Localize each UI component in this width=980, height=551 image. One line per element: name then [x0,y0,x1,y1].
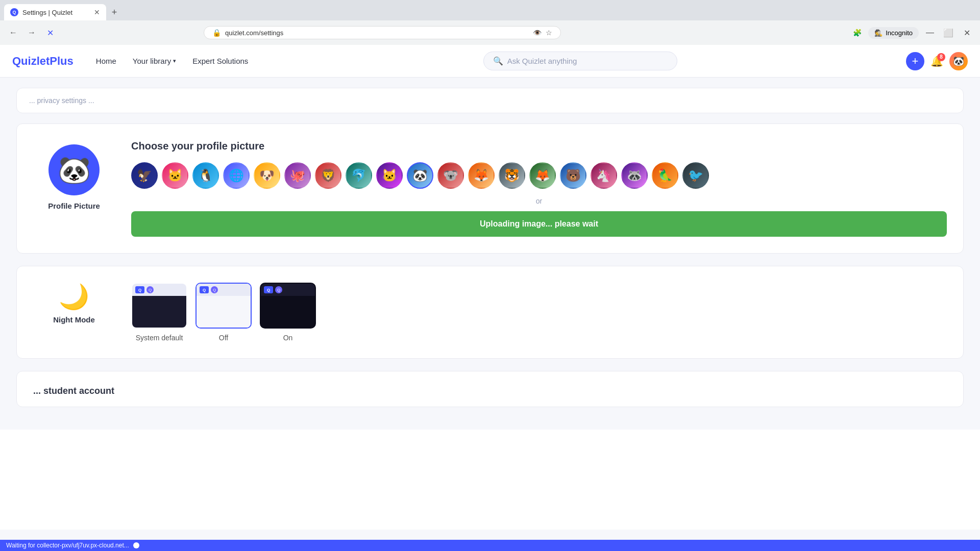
night-mode-left: 🌙 Night Mode [33,283,115,324]
nav-library-label: Your library [133,57,171,65]
avatar-option[interactable]: 🐧 [192,162,219,189]
night-mode-layout: 🌙 Night Mode Q Q System [33,283,947,342]
nav-link-expert-solutions[interactable]: Expert Solutions [186,53,254,69]
off-preview: Q Q [195,283,252,329]
active-tab[interactable]: Q Settings | Quizlet ✕ [4,4,106,20]
bookmark-icon: ☆ [546,29,552,37]
off-label: Off [219,334,228,342]
forward-button[interactable]: → [24,26,39,40]
nav-links: Home Your library ▾ Expert Solutions [90,53,255,69]
eye-slash-icon: 👁️ [533,29,542,37]
user-avatar[interactable]: 🐼 [949,52,968,70]
extensions-button[interactable]: 🧩 [850,26,864,40]
profile-picture-section: 🐼 Profile Picture Choose your profile pi… [16,123,964,254]
avatar-option[interactable]: 🐱 [162,162,188,189]
avatar-option[interactable]: 🌐 [223,162,250,189]
theme-option-off[interactable]: Q Q Off [195,283,252,342]
notifications-container: 🔔 8 [930,55,943,67]
nav-expert-label: Expert Solutions [192,57,248,65]
tab-favicon: Q [10,8,18,16]
profile-pic-layout: 🐼 Profile Picture Choose your profile pi… [33,140,947,237]
theme-body-light [197,296,251,328]
avatar-option[interactable]: 🦅 [131,162,158,189]
system-default-label: System default [136,334,183,342]
browser-chrome: Q Settings | Quizlet ✕ + ← → ✕ 🔒 quizlet… [0,0,980,45]
profile-right: Choose your profile picture 🦅 🐱 🐧 🌐 🐶 🐙 … [131,140,947,237]
theme-icon-circle: Q [146,286,154,293]
nav-actions: + 🔔 8 🐼 [906,52,968,70]
night-mode-label: Night Mode [53,315,95,324]
avatar-option[interactable]: 🦄 [591,162,617,189]
student-account-section: ... student account [16,371,964,407]
avatar-option-selected[interactable]: 🐼 [407,162,433,189]
system-default-preview: Q Q [131,283,187,329]
avatar-option[interactable]: 🦝 [621,162,648,189]
theme-option-on[interactable]: Q Q On [260,283,316,342]
top-nav: QuizletPlus Home Your library ▾ Expert S… [0,45,980,78]
maximize-button[interactable]: ⬜ [941,26,955,40]
nav-link-your-library[interactable]: Your library ▾ [127,53,182,69]
avatar-option[interactable]: 🦁 [315,162,341,189]
off-icon-circle: Q [211,286,218,293]
profile-picture-label: Profile Picture [48,202,100,210]
theme-body-on-dark [261,296,315,328]
night-mode-options: Q Q System default Q Q [131,283,316,342]
on-preview: Q Q [260,283,316,329]
close-button[interactable]: ✕ [960,26,974,40]
current-avatar: 🐼 [48,144,100,195]
browser-actions: 🧩 🕵️ Incognito — ⬜ ✕ [850,26,974,40]
avatar-option[interactable]: 🐶 [254,162,280,189]
tab-title: Settings | Quizlet [22,9,72,16]
night-mode-section: 🌙 Night Mode Q Q System [16,266,964,359]
theme-option-system[interactable]: Q Q System default [131,283,187,342]
on-logo: Q [264,286,273,293]
avatar-option[interactable]: 🐯 [499,162,525,189]
new-tab-button[interactable]: + [106,4,122,20]
avatar-option[interactable]: 🐱 [376,162,403,189]
nav-home-label: Home [96,57,116,65]
minimize-button[interactable]: — [923,26,937,40]
nav-link-home[interactable]: Home [90,53,122,69]
nav-search: 🔍 Ask Quizlet anything [254,52,906,70]
theme-logo-icon: Q [135,286,144,293]
browser-tabs: Q Settings | Quizlet ✕ + [0,0,980,20]
theme-body-dark [132,296,186,328]
avatar-option[interactable]: 🐬 [346,162,372,189]
avatar-option[interactable]: 🐨 [437,162,464,189]
create-button[interactable]: + [906,52,924,70]
reload-button[interactable]: ✕ [43,26,57,40]
main-content: ... privacy settings ... 🐼 Profile Pictu… [0,78,980,430]
upload-image-button[interactable]: Uploading image... please wait [131,211,947,237]
avatar-option[interactable]: 🦊 [468,162,495,189]
on-label: On [283,334,293,342]
incognito-button[interactable]: 🕵️ Incognito [868,27,919,39]
partial-settings-text: ... privacy settings ... [29,96,94,105]
back-button[interactable]: ← [6,26,20,40]
incognito-icon: 🕵️ [874,29,883,37]
incognito-label: Incognito [886,29,913,37]
on-icon-circle: Q [275,286,282,293]
off-logo: Q [200,286,209,293]
search-placeholder: Ask Quizlet anything [507,57,577,65]
library-chevron-icon: ▾ [173,58,176,64]
moon-icon: 🌙 [59,283,89,311]
profile-left: 🐼 Profile Picture [33,140,115,237]
or-divider: or [131,197,947,205]
search-bar[interactable]: 🔍 Ask Quizlet anything [483,52,677,70]
logo[interactable]: QuizletPlus [12,55,74,68]
profile-picture-title: Choose your profile picture [131,140,947,152]
notification-badge: 8 [937,53,945,61]
app-wrapper: QuizletPlus Home Your library ▾ Expert S… [0,45,980,530]
avatar-option[interactable]: 🦜 [652,162,678,189]
avatar-option[interactable]: 🐙 [284,162,311,189]
avatar-option[interactable]: 🐦 [682,162,709,189]
scrolled-top-section: ... privacy settings ... [16,88,964,113]
avatar-grid: 🦅 🐱 🐧 🌐 🐶 🐙 🦁 🐬 🐱 🐼 🐨 🦊 🐯 🦊 [131,162,947,189]
avatar-option[interactable]: 🦊 [529,162,556,189]
tab-close-button[interactable]: ✕ [94,8,100,16]
avatar-option[interactable]: 🐻 [560,162,586,189]
search-icon: 🔍 [493,56,503,66]
url-display: quizlet.com/settings [225,29,529,37]
browser-controls: ← → ✕ 🔒 quizlet.com/settings 👁️ ☆ 🧩 🕵️ I… [0,20,980,45]
address-bar[interactable]: 🔒 quizlet.com/settings 👁️ ☆ [204,26,561,39]
